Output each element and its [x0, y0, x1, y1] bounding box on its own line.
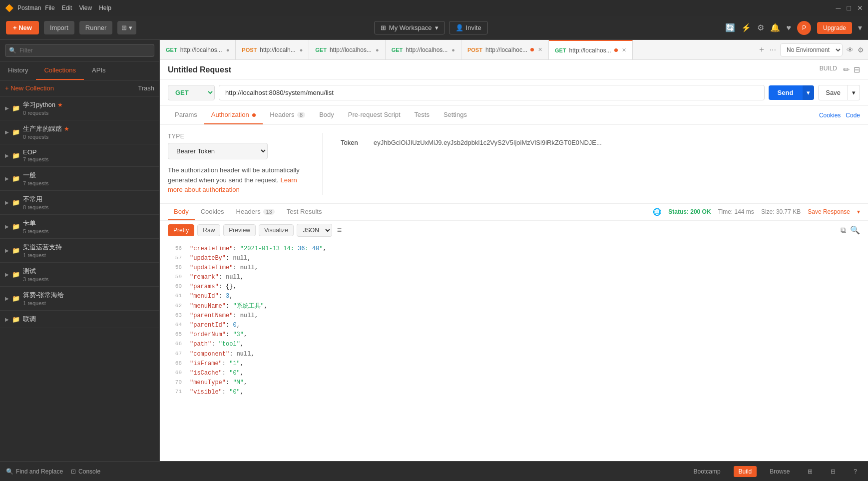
tab-settings[interactable]: Settings [436, 106, 474, 124]
console-button[interactable]: ⊡ Console [71, 468, 100, 475]
collection-item[interactable]: ▶ 📁 测试 3 requests [0, 263, 159, 287]
menu-file[interactable]: File [45, 4, 54, 11]
environment-select[interactable]: No Environment [780, 43, 843, 56]
tab-tests[interactable]: Tests [408, 106, 436, 124]
collection-item[interactable]: ▶ 📁 一般 7 requests [0, 167, 159, 191]
tab-authorization[interactable]: Authorization [204, 106, 263, 124]
close-tab-4[interactable]: ✕ [538, 46, 542, 53]
menu-help[interactable]: Help [99, 4, 111, 11]
invite-button[interactable]: 👤 Invite [449, 21, 488, 34]
save-dropdown[interactable]: ▾ [848, 85, 860, 100]
runner-button[interactable]: Runner [79, 21, 113, 34]
send-dropdown[interactable]: ▾ [802, 85, 814, 100]
add-tab-icon[interactable]: ＋ [758, 44, 766, 55]
trash-button[interactable]: Trash [138, 84, 154, 92]
tab-body[interactable]: Body [312, 106, 341, 124]
request-tab-0[interactable]: GET http://localhos... ● [160, 40, 236, 59]
auth-type-select[interactable]: Bearer Token [168, 143, 268, 159]
avatar[interactable]: P [797, 21, 811, 35]
menu-bar: File Edit View Help [45, 4, 111, 11]
sidebar-tab-history[interactable]: History [0, 61, 36, 80]
method-select[interactable]: GET POST PUT DELETE [168, 85, 215, 100]
save-response-dropdown[interactable]: ▾ [857, 208, 860, 215]
edit-button[interactable]: ✏ [843, 65, 850, 74]
import-button[interactable]: Import [44, 21, 74, 34]
request-tab-2[interactable]: GET http://localhos... ● [309, 40, 385, 59]
new-button[interactable]: + New [6, 21, 39, 34]
collection-item[interactable]: ▶ 📁 不常用 8 requests [0, 191, 159, 215]
resp-tab-test-results[interactable]: Test Results [281, 204, 328, 220]
request-tab-1[interactable]: POST http://localh... ● [236, 40, 309, 59]
format-raw[interactable]: Raw [197, 224, 220, 236]
sync-icon[interactable]: 🔄 [725, 23, 735, 32]
save-button[interactable]: Save [818, 85, 848, 100]
close-button[interactable]: ✕ [857, 4, 863, 12]
format-preview[interactable]: Preview [223, 224, 256, 236]
cookies-link[interactable]: Cookies [819, 112, 841, 119]
split-icon[interactable]: ⊟ [826, 466, 841, 477]
close-tab-0[interactable]: ● [226, 47, 230, 53]
code-link[interactable]: Code [846, 112, 860, 119]
collection-arrow: ▶ [5, 129, 9, 135]
new-collection-button[interactable]: + New Collection [5, 84, 54, 92]
send-button[interactable]: Send [769, 85, 803, 100]
format-json-select[interactable]: JSON [297, 224, 332, 237]
copy-button[interactable]: ⧉ [841, 226, 846, 235]
close-tab-5[interactable]: ✕ [622, 47, 626, 53]
interceptor-icon[interactable]: ⚡ [741, 23, 751, 32]
bootcamp-tab[interactable]: Bootcamp [689, 466, 726, 477]
layout-icon[interactable]: ⊞ [803, 466, 818, 477]
resp-tab-headers[interactable]: Headers 13 [230, 204, 281, 220]
collection-item[interactable]: ▶ 📁 算费-张常海给 1 request [0, 287, 159, 311]
minimize-button[interactable]: ─ [836, 4, 841, 12]
collection-item[interactable]: ▶ 📁 卡单 5 requests [0, 215, 159, 239]
find-replace-button[interactable]: 🔍 Find and Replace [6, 468, 63, 475]
menu-view[interactable]: View [79, 4, 92, 11]
line-content: "createTime": "2021-01-13 14: 36: 40", [190, 244, 864, 254]
upgrade-button[interactable]: Upgrade [817, 22, 852, 34]
menu-edit[interactable]: Edit [62, 4, 72, 11]
env-settings-icon[interactable]: 👁 [847, 46, 854, 54]
search-response-button[interactable]: 🔍 [850, 225, 860, 235]
close-tab-3[interactable]: ● [451, 47, 455, 53]
close-tab-1[interactable]: ● [300, 47, 303, 53]
collection-item[interactable]: ▶ 📁 联调 [0, 311, 159, 328]
search-input[interactable] [5, 44, 154, 57]
collection-item[interactable]: ▶ 📁 学习python★ 0 requests [0, 96, 159, 120]
browse-tab[interactable]: Browse [765, 466, 795, 477]
wrap-icon[interactable]: ≡ [335, 226, 344, 235]
env-add-icon[interactable]: ⚙ [858, 46, 864, 54]
notification-icon[interactable]: 🔔 [770, 23, 780, 32]
folder-icon: 📁 [12, 316, 20, 323]
view-toggle-button[interactable]: ⊞ ▾ [117, 21, 136, 34]
maximize-button[interactable]: □ [847, 4, 851, 12]
workspace-button[interactable]: ⊞ My Workspace ▾ [374, 21, 445, 34]
request-tab-5[interactable]: GET http://localhos... ✕ [549, 40, 633, 59]
collection-item[interactable]: ▶ 📁 生产库的踩踏★ 0 requests [0, 120, 159, 144]
resp-tab-body[interactable]: Body [168, 204, 195, 220]
tab-params[interactable]: Params [168, 106, 204, 124]
sidebar-tab-collections[interactable]: Collections [36, 61, 84, 80]
heart-icon[interactable]: ♥ [786, 23, 791, 32]
help-icon[interactable]: ? [849, 466, 862, 477]
settings-icon[interactable]: ⚙ [757, 23, 764, 32]
tab-prerequest[interactable]: Pre-request Script [341, 106, 408, 124]
layout-button[interactable]: ⊟ [854, 65, 860, 74]
collection-name: 联调 [23, 315, 154, 324]
tab-headers[interactable]: Headers 8 [263, 106, 312, 124]
upgrade-dropdown-icon[interactable]: ▾ [858, 23, 862, 32]
build-tab[interactable]: Build [734, 466, 757, 477]
tabs-more-icon[interactable]: ··· [770, 45, 776, 54]
request-tab-4[interactable]: POST http://localhос... ✕ [461, 40, 549, 59]
sidebar-tab-apis[interactable]: APIs [84, 61, 113, 80]
url-input[interactable] [219, 85, 765, 100]
save-response-button[interactable]: Save Response [808, 208, 850, 215]
close-tab-2[interactable]: ● [376, 47, 379, 53]
request-tab-3[interactable]: GET http://localhos... ● [386, 40, 461, 59]
format-pretty[interactable]: Pretty [168, 224, 194, 236]
collection-item[interactable]: ▶ 📁 渠道运营支持 1 request [0, 239, 159, 263]
code-block[interactable]: 56"createTime": "2021-01-13 14: 36: 40",… [160, 240, 868, 462]
format-visualize[interactable]: Visualize [259, 224, 294, 236]
resp-tab-cookies[interactable]: Cookies [195, 204, 230, 220]
collection-item[interactable]: ▶ 📁 EOP 7 requests [0, 144, 159, 167]
